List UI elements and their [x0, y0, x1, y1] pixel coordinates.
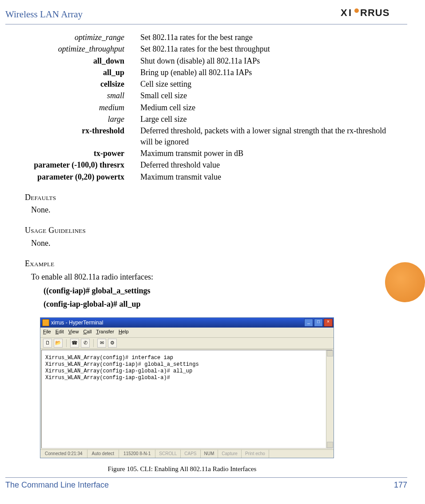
def-desc: Set 802.11a rates for the best throughpu… — [140, 44, 398, 54]
brand-logo: X I RRUS — [341, 6, 407, 21]
section-heading-example: Example — [25, 258, 398, 269]
menu-view[interactable]: View — [68, 328, 79, 336]
def-desc: Shut down (disable) all 802.11a IAPs — [140, 56, 398, 66]
header-rule — [5, 24, 407, 24]
def-term: all_up — [18, 67, 124, 78]
example-command-2: (config-iap-global-a)# all_up — [44, 299, 398, 309]
menu-transfer[interactable]: Transfer — [96, 328, 114, 336]
def-desc: Small cell size — [140, 90, 398, 101]
scrollbar[interactable] — [326, 350, 333, 448]
page-footer: The Command Line Interface 177 — [5, 477, 407, 490]
send-icon[interactable]: ✉ — [97, 339, 106, 348]
status-printecho: Print echo — [242, 450, 269, 458]
toolbar-separator — [93, 339, 94, 347]
window-statusbar: Connected 0:21:34 Auto detect 115200 8-N… — [40, 449, 334, 458]
header-title: Wireless LAN Array — [5, 9, 83, 20]
status-baud: 115200 8-N-1 — [119, 450, 155, 458]
def-term: rx-threshold — [18, 125, 124, 147]
svg-text:I: I — [349, 7, 352, 18]
properties-icon[interactable]: ⚙ — [108, 339, 117, 348]
page-content: optimize_range Set 802.11a rates for the… — [18, 32, 398, 473]
def-desc: Deferred threshold, packets with a lower… — [140, 125, 398, 147]
status-caps: CAPS — [181, 450, 200, 458]
page-header: Wireless LAN Array X I RRUS — [0, 9, 425, 20]
usage-body: None. — [31, 238, 398, 248]
menu-file[interactable]: File — [43, 328, 51, 336]
def-term: parameter (-100,0) thresrx — [18, 160, 124, 170]
maximize-button[interactable]: □ — [314, 319, 323, 327]
def-term: small — [18, 90, 124, 101]
terminal-body[interactable]: Xirrus_WLAN_Array(config)# interface iap… — [41, 350, 333, 448]
status-scroll: SCROLL — [155, 450, 181, 458]
connect-icon[interactable]: ☎ — [70, 339, 79, 348]
def-desc: Bring up (enable) all 802.11a IAPs — [140, 67, 398, 78]
menu-call[interactable]: Call — [83, 328, 91, 336]
example-intro: To enable all 802.11a radio interfaces: — [31, 272, 398, 282]
window-title: xirrus - HyperTerminal — [51, 319, 103, 326]
definition-list: optimize_range Set 802.11a rates for the… — [18, 32, 398, 182]
status-num: NUM — [201, 450, 218, 458]
def-desc: Deferred threshold value — [140, 160, 398, 170]
def-desc: Large cell size — [140, 114, 398, 124]
status-connected: Connected 0:21:34 — [40, 450, 87, 458]
def-term: all_down — [18, 56, 124, 66]
def-term: medium — [18, 102, 124, 113]
def-term: optimize_range — [18, 32, 124, 43]
close-button[interactable]: × — [324, 319, 333, 327]
footer-page: 177 — [394, 480, 407, 490]
def-desc: Maximum transmit value — [140, 172, 398, 182]
def-term: parameter (0,20) powertx — [18, 172, 124, 182]
disconnect-icon[interactable]: ✆ — [81, 339, 90, 348]
terminal-line: Xirrus_WLAN_Array(config-iap)# global_a_… — [45, 361, 199, 368]
terminal-line: Xirrus_WLAN_Array(config)# interface iap — [45, 355, 173, 361]
section-heading-usage: Usage Guidelines — [25, 225, 398, 236]
app-icon — [42, 319, 49, 326]
def-desc: Medium cell size — [140, 102, 398, 113]
def-desc: Maximum transmit power in dB — [140, 148, 398, 159]
footer-rule — [5, 477, 407, 478]
menu-help[interactable]: Help — [119, 328, 129, 336]
minimize-button[interactable]: _ — [304, 319, 313, 327]
status-capture: Capture — [218, 450, 242, 458]
hyperterminal-window: xirrus - HyperTerminal _ □ × File Edit V… — [40, 317, 334, 458]
window-titlebar: xirrus - HyperTerminal _ □ × — [40, 318, 334, 328]
terminal-line: Xirrus_WLAN_Array(config-iap-global-a)# — [45, 375, 170, 381]
section-heading-defaults: Defaults — [25, 192, 398, 203]
status-detect: Auto detect — [87, 450, 119, 458]
new-doc-icon[interactable]: 🗋 — [43, 339, 52, 348]
footer-section: The Command Line Interface — [5, 480, 109, 490]
window-toolbar: 🗋 📂 ☎ ✆ ✉ ⚙ — [40, 338, 334, 349]
svg-text:RRUS: RRUS — [360, 7, 389, 18]
def-term: cellsize — [18, 79, 124, 89]
section-marker-dot — [385, 262, 425, 302]
terminal-line: Xirrus_WLAN_Array(config-iap-global-a)# … — [45, 368, 192, 374]
figure-caption: Figure 105. CLI: Enabling All 802.11a Ra… — [31, 464, 333, 473]
def-desc: Set 802.11a rates for the best range — [140, 32, 398, 43]
menu-edit[interactable]: Edit — [56, 328, 64, 336]
def-term: tx-power — [18, 148, 124, 159]
open-icon[interactable]: 📂 — [54, 339, 63, 348]
def-desc: Cell size setting — [140, 79, 398, 89]
def-term: large — [18, 114, 124, 124]
example-command-1: ((config-iap)# global_a_settings — [44, 285, 398, 296]
def-term: optimize_throughput — [18, 44, 124, 54]
svg-point-2 — [354, 8, 359, 13]
window-menubar: File Edit View Call Transfer Help — [40, 328, 334, 338]
defaults-body: None. — [31, 204, 398, 215]
svg-text:X: X — [341, 7, 348, 18]
toolbar-separator — [66, 339, 67, 347]
